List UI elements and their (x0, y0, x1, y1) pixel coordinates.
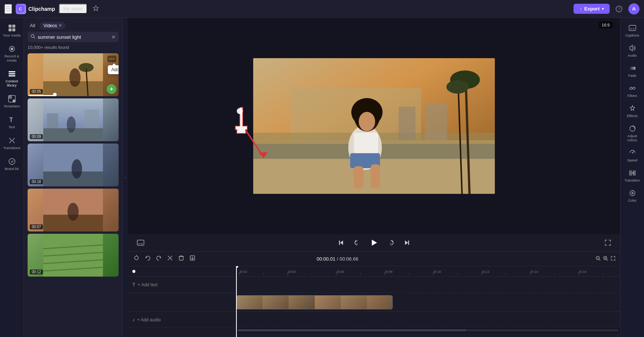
svg-text:T: T (9, 117, 13, 123)
add-audio-label[interactable]: + Add audio (137, 317, 161, 322)
right-sidebar-item-adjust-colors[interactable]: Adjust colors (622, 122, 643, 145)
sidebar-label-transitions: Transitions (3, 146, 20, 150)
right-sidebar-item-filters[interactable]: Filters (622, 81, 643, 101)
svg-point-36 (67, 203, 79, 221)
svg-rect-5 (12, 25, 15, 28)
right-sidebar-item-effects[interactable]: Effects (622, 101, 643, 121)
video-thumb-5[interactable]: 00:12 (28, 234, 119, 277)
video-track-content[interactable] (236, 293, 620, 312)
speed-icon (628, 149, 637, 157)
transition-icon (628, 169, 637, 177)
add-text-label[interactable]: + Add text (138, 282, 158, 287)
text-icon: T (8, 116, 16, 124)
video-4-duration: 00:07 (30, 224, 43, 229)
video-clip[interactable] (236, 295, 393, 309)
audio-track-icon: ♪ (132, 317, 135, 322)
svg-point-23 (69, 68, 81, 87)
right-label-audio: Audio (628, 53, 637, 57)
svg-point-77 (135, 256, 138, 260)
svg-rect-97 (629, 25, 636, 31)
svg-text:?: ? (618, 7, 621, 11)
svg-rect-11 (9, 73, 15, 75)
adjust-colors-icon (628, 125, 637, 133)
forward-5s-button[interactable]: 5 (386, 237, 396, 248)
scrollbar-track[interactable] (238, 329, 619, 331)
svg-rect-100 (629, 67, 635, 70)
sidebar-item-record-create[interactable]: Record & create (1, 42, 23, 65)
svg-rect-15 (13, 100, 15, 102)
video-thumb-1[interactable]: 00:05 ⋯ + Add to timeline (28, 53, 119, 96)
right-sidebar-item-speed[interactable]: Speed (622, 146, 643, 165)
collapse-panel-button[interactable]: ‹ (123, 18, 128, 337)
search-clear-icon[interactable]: ✕ (111, 34, 116, 40)
avatar[interactable]: A (628, 3, 640, 15)
skip-to-start-button[interactable] (336, 238, 346, 248)
video-thumb-3[interactable]: 00:18 (28, 144, 119, 186)
sidebar-item-text[interactable]: T Text (1, 113, 23, 132)
right-sidebar-item-audio[interactable]: Audio (622, 41, 643, 60)
filter-videos-tag[interactable]: Videos ✕ (40, 22, 65, 29)
fit-timeline-button[interactable] (610, 256, 616, 262)
zoom-out-button[interactable] (596, 256, 601, 262)
sidebar-item-content-library[interactable]: Content library (1, 67, 23, 90)
right-sidebar-item-transition[interactable]: Transition (622, 166, 643, 185)
zoom-in-button[interactable] (603, 256, 608, 262)
text-track-content (236, 277, 620, 293)
video-1-more-button[interactable]: ⋯ (107, 56, 116, 62)
sidebar-item-brand-kit[interactable]: Brand kit (1, 154, 23, 174)
play-button[interactable] (368, 237, 380, 248)
rewind-5s-button[interactable]: 5 (352, 237, 362, 248)
timeline-scrollbar[interactable] (236, 328, 620, 333)
svg-rect-6 (9, 28, 12, 31)
svg-text:C: C (19, 7, 22, 11)
undo-button[interactable] (144, 254, 152, 264)
timeline-tracks-area[interactable]: |0:02 |0:04 |0:06 (236, 266, 620, 337)
cut-button[interactable] (166, 254, 174, 264)
svg-rect-29 (84, 110, 99, 128)
topbar: ☰ C Clipchamp My video ↑ Export ▾ ? A (0, 0, 644, 18)
sidebar-item-your-media[interactable]: Your media (1, 21, 23, 40)
sidebar-item-templates[interactable]: Templates (1, 92, 23, 111)
save-frame-button[interactable] (188, 254, 197, 264)
transitions-icon (8, 136, 16, 145)
video-thumb-2[interactable]: 00:09 (28, 98, 119, 141)
color-icon (628, 189, 637, 197)
scrollbar-thumb[interactable] (238, 329, 466, 331)
right-label-captions: Captions (625, 33, 640, 37)
video-title-button[interactable]: My video (59, 4, 87, 14)
help-button[interactable]: ? (613, 3, 625, 15)
video-thumb-4[interactable]: 00:07 (28, 189, 119, 232)
draw-tool-button[interactable] (132, 254, 141, 264)
grid-icon (8, 24, 16, 32)
playhead-indicator (132, 270, 135, 273)
svg-text:5: 5 (390, 242, 392, 245)
svg-point-25 (79, 63, 94, 72)
video-preview (253, 58, 495, 194)
fullscreen-button[interactable] (603, 238, 613, 248)
search-input[interactable] (38, 34, 109, 40)
svg-marker-68 (340, 240, 343, 245)
right-sidebar-item-color[interactable]: Color (622, 186, 643, 205)
delete-button[interactable] (177, 254, 185, 264)
svg-point-114 (631, 192, 634, 194)
audio-icon (628, 44, 637, 52)
filter-all-button[interactable]: All (28, 22, 37, 29)
menu-button[interactable]: ☰ (4, 4, 12, 14)
right-label-effects: Effects (627, 114, 638, 118)
captions-toggle-button[interactable] (135, 238, 146, 247)
sidebar-item-transitions[interactable]: Transitions (1, 133, 23, 153)
video-grid: 00:05 ⋯ + Add to timeline (24, 52, 122, 337)
redo-button[interactable] (155, 254, 163, 264)
video-3-duration: 00:18 (30, 179, 43, 184)
export-button[interactable]: ↑ Export ▾ (574, 4, 610, 14)
ruler-label-spacer (128, 266, 236, 277)
right-sidebar-item-captions[interactable]: Captions (622, 21, 643, 40)
timeline-content: T + Add text ♪ + Add audio (128, 266, 620, 337)
right-sidebar-item-fade[interactable]: Fade (622, 61, 643, 81)
svg-text:5: 5 (356, 242, 358, 245)
video-1-add-button[interactable]: + (107, 84, 116, 94)
filter-videos-remove[interactable]: ✕ (59, 23, 62, 28)
svg-rect-7 (12, 28, 15, 31)
video-1-scrubber[interactable] (53, 93, 57, 96)
skip-to-end-button[interactable] (402, 238, 412, 248)
